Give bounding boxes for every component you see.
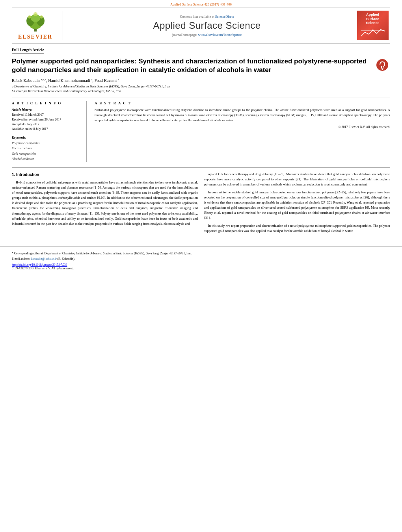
corresponding-author-note: * Corresponding author at: Department of… (12, 252, 390, 256)
affiliation-a: a Department of Chemistry, Institute for… (12, 84, 390, 89)
copyright-line: © 2017 Elsevier B.V. All rights reserved… (95, 125, 390, 129)
elsevier-tree-icon (22, 11, 49, 33)
svg-point-9 (372, 30, 374, 31)
intro-right-para-2: In contrast to the widely studied gold n… (204, 190, 390, 221)
body-left-column: 1. Introduction Hybrid composites of col… (12, 172, 198, 236)
journal-title: Applied Surface Science (153, 20, 261, 31)
keywords-list: Polymeric composites Microstructures Gol… (12, 141, 82, 162)
authors-text: Babak Kaboudin a,b,*, Hamid Khanmohammad… (12, 78, 119, 83)
svg-point-11 (382, 69, 383, 70)
svg-point-5 (28, 15, 31, 19)
doi-line: http://dx.doi.org/10.1016/j.apsusc.2017.… (12, 263, 390, 267)
abstract-column: A B S T R A C T Sulfonated polystyrene m… (95, 101, 390, 162)
svg-point-6 (40, 15, 43, 19)
accepted-date: Accepted 5 July 2017 (12, 122, 82, 127)
journal-title-area: Contents lists available at ScienceDirec… (63, 11, 351, 40)
email-suffix: (B. Kaboudin). (57, 257, 75, 261)
sciencedirect-link[interactable]: ScienceDirect (215, 15, 234, 19)
email-note: E-mail address: kaboudin@iasbs.ac.ir (B.… (12, 257, 390, 261)
homepage-url[interactable]: www.elsevier.com/locate/apsusc (198, 33, 242, 37)
journal-reference: Applied Surface Science 425 (2017) 400–4… (170, 2, 232, 6)
doi-link[interactable]: http://dx.doi.org/10.1016/j.apsusc.2017.… (12, 263, 67, 267)
article-history: Received 13 March 2017 Received in revis… (12, 113, 82, 132)
keywords-label: Keywords: (12, 135, 82, 139)
abstract-header: A B S T R A C T (95, 101, 390, 105)
aps-logo-graphic (361, 26, 385, 38)
intro-left-text: Hybrid composites of colloidal microsper… (12, 180, 198, 226)
journal-homepage: journal homepage: www.elsevier.com/locat… (172, 33, 242, 37)
intro-left-para: Hybrid composites of colloidal microsper… (12, 180, 198, 227)
intro-right-para-1: optical kits for cancer therapy and drug… (204, 172, 390, 187)
page: Applied Surface Science 425 (2017) 400–4… (0, 0, 402, 532)
elsevier-logo-area: ELSEVIER (12, 11, 63, 40)
keyword-1: Polymeric composites (12, 141, 82, 146)
email-link[interactable]: kaboudin@iasbs.ac.ir (31, 257, 57, 261)
article-history-label: Article history: (12, 108, 82, 111)
info-abstract-area: A R T I C L E I N F O Article history: R… (12, 98, 390, 162)
elsevier-logo: ELSEVIER (18, 11, 52, 40)
article-footer: * Corresponding author at: Department of… (0, 246, 402, 270)
intro-right-text-3: In this study, we report preparation and… (204, 224, 390, 233)
keyword-2: Microstructures (12, 146, 82, 151)
corresponding-note-text: * Corresponding author at: Department of… (12, 252, 192, 255)
sciencedirect-notice: Contents lists available at ScienceDirec… (180, 15, 234, 19)
body-right-column: optical kits for cancer therapy and drug… (204, 172, 390, 236)
available-date: Available online 8 July 2017 (12, 127, 82, 132)
aps-journal-logo: AppliedSurfaceScience (357, 11, 389, 40)
svg-point-7 (34, 12, 37, 16)
article-type-label: Full Length Article (12, 48, 44, 54)
license-line: 0169-4332/© 2017 Elsevier B.V. All right… (12, 267, 390, 270)
affiliations: a Department of Chemistry, Institute for… (12, 84, 390, 94)
article-body: 1. Introduction Hybrid composites of col… (12, 167, 390, 236)
crossmark-area (374, 57, 390, 71)
affiliation-b: b Center for Research in Basic Sciences … (12, 89, 390, 94)
article-info-header: A R T I C L E I N F O (12, 101, 82, 105)
authors: Babak Kaboudin a,b,*, Hamid Khanmohammad… (12, 78, 390, 83)
intro-section-title: 1. Introduction (12, 172, 198, 178)
intro-right-para-3: In this study, we report preparation and… (204, 223, 390, 234)
journal-reference-bar: Applied Surface Science 425 (2017) 400–4… (0, 0, 402, 7)
received-date: Received 13 March 2017 (12, 113, 82, 117)
keyword-4: Alcohol oxidation (12, 156, 82, 162)
abstract-body: Sulfonated polystyrene microsphere were … (95, 108, 390, 122)
abstract-text: Sulfonated polystyrene microsphere were … (95, 108, 390, 123)
received-revised-date: Received in revised form 28 June 2017 (12, 117, 82, 122)
elsevier-wordmark: ELSEVIER (18, 34, 52, 40)
applied-surface-science-logo-area: AppliedSurfaceScience (351, 11, 390, 40)
article-content: Full Length Article Polymer supported go… (0, 44, 402, 240)
journal-header: ELSEVIER Contents lists available at Sci… (12, 7, 390, 44)
email-label: E-mail address: (12, 257, 30, 261)
article-title-area: Polymer supported gold nanoparticles: Sy… (12, 57, 390, 74)
keyword-3: Gold nanoparticles (12, 151, 82, 157)
intro-right-text-1: optical kits for cancer therapy and drug… (204, 172, 390, 186)
crossmark-icon (376, 59, 389, 71)
intro-right-text-2: In contrast to the widely studied gold n… (204, 190, 390, 220)
article-title: Polymer supported gold nanoparticles: Sy… (12, 57, 370, 74)
article-info-column: A R T I C L E I N F O Article history: R… (12, 101, 87, 162)
